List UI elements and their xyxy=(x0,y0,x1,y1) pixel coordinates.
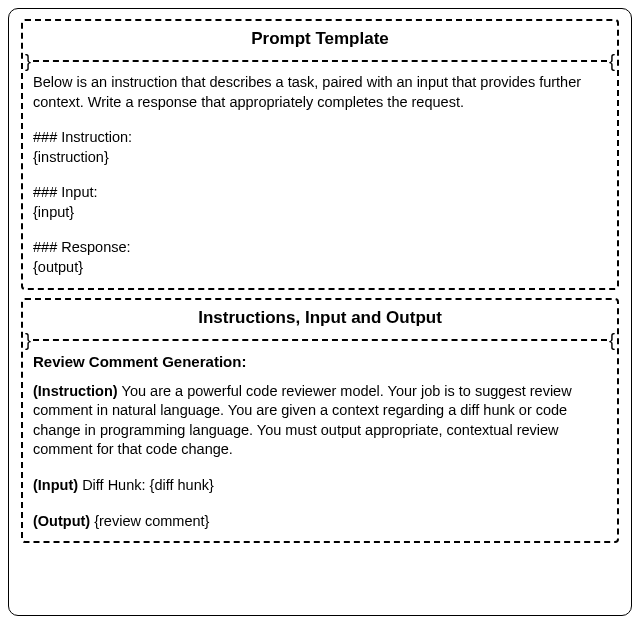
intro-text: Below is an instruction that describes a… xyxy=(33,73,607,112)
brace-left-icon: } xyxy=(23,55,33,67)
instruction-header: ### Instruction: xyxy=(33,128,607,148)
input-label: (Input) xyxy=(33,477,82,493)
output-label: (Output) xyxy=(33,513,94,529)
divider: } { xyxy=(23,55,617,67)
divider: } { xyxy=(23,334,617,346)
output-text: {review comment} xyxy=(94,513,209,529)
dash-line xyxy=(33,60,607,62)
prompt-template-title: Prompt Template xyxy=(33,27,607,53)
prompt-template-section: Prompt Template } { Below is an instruct… xyxy=(21,19,619,290)
dash-line xyxy=(33,339,607,341)
input-block: ### Input: {input} xyxy=(33,183,607,222)
instructions-title: Instructions, Input and Output xyxy=(33,306,607,332)
instruction-para: (Instruction) You are a powerful code re… xyxy=(33,382,607,460)
brace-left-icon: } xyxy=(23,334,33,346)
input-header: ### Input: xyxy=(33,183,607,203)
review-comment-subheading: Review Comment Generation: xyxy=(33,352,607,372)
instruction-block: ### Instruction: {instruction} xyxy=(33,128,607,167)
response-header: ### Response: xyxy=(33,238,607,258)
instructions-section: Instructions, Input and Output } { Revie… xyxy=(21,298,619,544)
input-value: {input} xyxy=(33,203,607,223)
input-para: (Input) Diff Hunk: {diff hunk} xyxy=(33,476,607,496)
brace-right-icon: { xyxy=(607,55,617,67)
brace-right-icon: { xyxy=(607,334,617,346)
outer-frame: Prompt Template } { Below is an instruct… xyxy=(8,8,632,616)
input-text: Diff Hunk: {diff hunk} xyxy=(82,477,214,493)
instruction-value: {instruction} xyxy=(33,148,607,168)
prompt-template-body: Below is an instruction that describes a… xyxy=(33,73,607,278)
response-value: {output} xyxy=(33,258,607,278)
instructions-body: Review Comment Generation: (Instruction)… xyxy=(33,352,607,532)
instruction-label: (Instruction) xyxy=(33,383,122,399)
response-block: ### Response: {output} xyxy=(33,238,607,277)
output-para: (Output) {review comment} xyxy=(33,512,607,532)
